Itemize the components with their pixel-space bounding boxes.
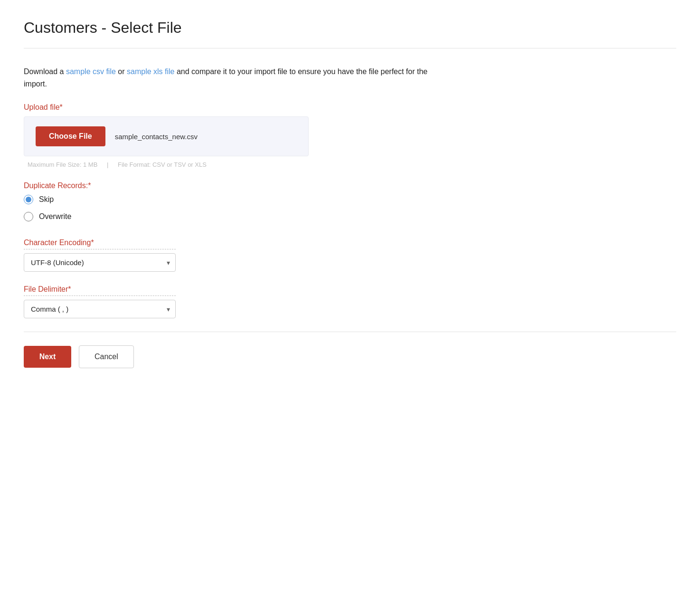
duplicate-records-section: Duplicate Records:* Skip Overwrite bbox=[24, 181, 676, 221]
bottom-divider bbox=[24, 332, 676, 332]
radio-overwrite-input[interactable] bbox=[24, 212, 33, 221]
upload-label: Upload file* bbox=[24, 103, 676, 112]
sample-xls-link[interactable]: sample xls file bbox=[127, 67, 174, 76]
description-prefix: Download a bbox=[24, 67, 66, 76]
character-encoding-wrapper: UTF-8 (Unicode) ISO-8859-1 (Latin-1) Win… bbox=[24, 253, 176, 272]
description-middle: or bbox=[118, 67, 127, 76]
file-delimiter-label: File Delimiter* bbox=[24, 285, 676, 294]
radio-overwrite-label: Overwrite bbox=[39, 212, 71, 221]
description-text: Download a sample csv file or sample xls… bbox=[24, 66, 451, 90]
choose-file-button[interactable]: Choose File bbox=[36, 126, 105, 146]
radio-skip[interactable]: Skip bbox=[24, 195, 676, 204]
radio-skip-input[interactable] bbox=[24, 195, 33, 204]
file-info: Maximum File Size: 1 MB | File Format: C… bbox=[24, 161, 676, 168]
radio-overwrite[interactable]: Overwrite bbox=[24, 212, 676, 221]
file-delimiter-section: File Delimiter* Comma ( , ) Tab ( ) Semi… bbox=[24, 285, 676, 318]
delimiter-dashed-line bbox=[24, 295, 176, 296]
next-button[interactable]: Next bbox=[24, 346, 71, 368]
action-buttons: Next Cancel bbox=[24, 345, 676, 368]
sample-csv-link[interactable]: sample csv file bbox=[66, 67, 116, 76]
file-size-info: Maximum File Size: 1 MB bbox=[28, 161, 97, 168]
character-encoding-label: Character Encoding* bbox=[24, 238, 676, 247]
radio-skip-label: Skip bbox=[39, 195, 54, 204]
duplicate-records-label: Duplicate Records:* bbox=[24, 181, 676, 190]
cancel-button[interactable]: Cancel bbox=[79, 345, 134, 368]
page-title: Customers - Select File bbox=[24, 19, 676, 37]
file-delimiter-select[interactable]: Comma ( , ) Tab ( ) Semicolon ( ; ) Pipe… bbox=[24, 300, 176, 318]
encoding-dashed-line bbox=[24, 249, 176, 249]
file-delimiter-wrapper: Comma ( , ) Tab ( ) Semicolon ( ; ) Pipe… bbox=[24, 300, 176, 318]
title-divider bbox=[24, 48, 676, 48]
upload-section: Upload file* Choose File sample_contacts… bbox=[24, 103, 676, 168]
file-format-info: File Format: CSV or TSV or XLS bbox=[118, 161, 207, 168]
file-name-display: sample_contacts_new.csv bbox=[115, 133, 198, 141]
character-encoding-section: Character Encoding* UTF-8 (Unicode) ISO-… bbox=[24, 238, 676, 272]
upload-box: Choose File sample_contacts_new.csv bbox=[24, 116, 309, 156]
duplicate-records-options: Skip Overwrite bbox=[24, 195, 676, 221]
page-container: Customers - Select File Download a sampl… bbox=[0, 0, 700, 610]
info-separator: | bbox=[107, 161, 108, 168]
character-encoding-select[interactable]: UTF-8 (Unicode) ISO-8859-1 (Latin-1) Win… bbox=[24, 253, 176, 272]
